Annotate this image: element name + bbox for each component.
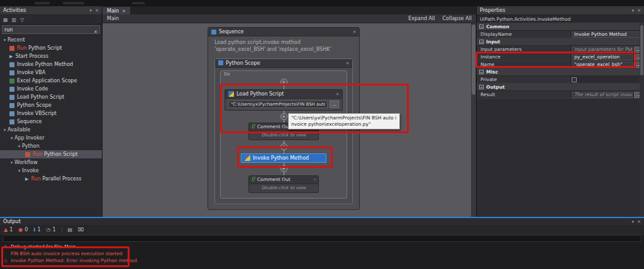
clear-search-icon[interactable] [94,24,97,36]
trace-filter-button[interactable]: ◷ 1 [46,227,55,233]
collapse-section-icon[interactable]: − [479,40,484,44]
property-row-private: Private [477,76,644,84]
activity-item-invoke-vbscript[interactable]: Invoke VBScript [0,109,102,118]
activities-search [2,25,100,34]
activity-item-start-process[interactable]: Start Process [0,52,102,60]
activities-panel-title: Activities [3,8,26,13]
tree-group-workflow[interactable]: Workflow [0,158,102,167]
tree-group-python[interactable]: Python [0,142,102,150]
load-python-script-header[interactable]: Load Python Script [225,90,342,99]
collapse-section-icon[interactable]: − [479,85,484,89]
close-icon[interactable] [95,8,99,13]
activity-label: Python Scope [17,102,52,108]
collapse-all-link[interactable]: Collapse All [443,16,472,21]
output-log: ℹ Debug started for file: Main FIN BSH a… [0,243,644,269]
warning-icon: ▲ [4,227,8,233]
section-input[interactable]: − Input [477,38,644,46]
comment-out-body[interactable]: Double-click to view [249,131,318,140]
chevron-down-icon[interactable] [632,8,635,13]
collapse-icon[interactable] [335,92,340,96]
close-icon[interactable] [637,219,641,224]
titlebar-decoration [132,2,145,4]
breadcrumb[interactable]: Main [107,16,119,21]
close-icon[interactable] [637,8,641,13]
warnings-filter-button[interactable]: ▲ 1 [4,227,13,233]
section-common[interactable]: − Common [477,23,644,31]
input-parameters-field[interactable]: Input parameters for Python scr [572,47,633,53]
result-field[interactable]: The result of script invocation [572,92,633,98]
search-input[interactable] [4,26,94,33]
activity-item-sequence[interactable]: Sequence [0,118,102,126]
python-scope-activity[interactable]: Python Scope Do + Load Python Script [214,58,353,204]
workflow-canvas[interactable]: Sequence Load python script,invoke metho… [103,23,476,217]
activity-item-invoke-python-method[interactable]: Invoke Python Method [0,60,102,69]
activity-item-excel-application-scope[interactable]: Excel Application Scope [0,77,102,85]
python-icon [245,155,250,161]
log-line[interactable]: FIN BSH auto invoice process execution s… [3,250,641,257]
log-line[interactable]: ℹ Debug started for file: Main [3,243,641,250]
collapse-icon[interactable] [345,62,350,65]
displayname-field[interactable]: Invoke Python Method [572,31,642,38]
python-scope-header[interactable]: Python Scope [215,59,352,68]
tab-close-icon[interactable] [122,8,126,14]
output-search-input[interactable] [3,235,641,242]
tab-main[interactable]: Main [103,7,130,14]
add-activity-icon[interactable]: + [280,79,287,85]
output-panel-header: Output [0,218,644,225]
activity-item-invoke-code[interactable]: Invoke Code [0,85,102,93]
properties-scrollbar[interactable] [640,23,644,217]
filter-icon[interactable] [20,17,24,23]
name-field[interactable]: "operate_excel_bsh" [572,62,633,68]
collapse-section-icon[interactable]: − [479,70,484,74]
word-wrap-button[interactable]: ▤ [68,227,73,233]
comment-out-title: Comment Out [257,124,291,129]
load-python-script-activity[interactable]: Load Python Script ... [225,89,343,111]
info-filter-button[interactable]: ℹ 1 [33,227,40,233]
titlebar-decoration [63,2,84,4]
errors-filter-button[interactable]: ● 0 [18,227,28,233]
clock-icon: ◷ [46,227,50,233]
sequence-header[interactable]: Sequence [208,28,359,36]
add-activity-icon[interactable]: + [280,113,287,120]
script-path-input[interactable] [228,101,328,108]
expand-all-link[interactable]: Expand All [408,16,435,21]
tree-group-invoke[interactable]: Invoke [0,167,102,175]
activity-item-invoke-vba[interactable]: Invoke VBA [0,69,102,77]
activity-item-run-parallel-process[interactable]: Run Parallel Process [0,175,102,183]
titlebar-decoration [35,2,50,4]
collapse-section-icon[interactable]: − [479,25,484,29]
property-row-displayname: DisplayName Invoke Python Method [477,31,644,38]
grid-view-icon[interactable] [3,17,8,23]
tree-group-app-invoker[interactable]: App Invoker [0,134,102,142]
comment-out-body[interactable]: Double-click to view [249,184,318,192]
collapse-icon[interactable] [352,30,357,33]
scrollbar-thumb[interactable] [640,25,643,75]
do-container[interactable]: Do + Load Python Script [220,70,347,199]
section-output[interactable]: − Output [477,84,644,91]
comment-out-header[interactable]: // Comment Out [249,176,318,184]
activity-item-python-scope[interactable]: Python Scope [0,101,102,109]
add-activity-icon[interactable]: + [280,143,287,150]
chevron-down-icon[interactable] [632,219,635,224]
clear-all-button[interactable]: ⌧ [78,227,84,233]
tree-group-recent[interactable]: Recent [0,36,102,44]
activity-item-run-python-script-available[interactable]: Run Python Script [0,150,102,158]
activity-label: Run Parallel Process [31,176,81,182]
invoke-python-method-activity[interactable]: Invoke Python Method [241,153,326,163]
activity-item-run-python-script[interactable]: Run Python Script [0,44,102,52]
comment-out-activity[interactable]: // Comment Out Double-click to view [248,175,319,193]
browse-button[interactable]: ... [330,101,339,108]
log-line[interactable]: ⚠ Invoke Python Method: Error invoking P… [3,257,641,264]
add-activity-icon[interactable]: + [280,165,287,172]
property-row-instance: Instance py_excel_operation ... [477,53,644,61]
chevron-down-icon[interactable] [90,8,92,13]
activity-item-load-python-script[interactable]: Load Python Script [0,93,102,101]
list-view-icon[interactable] [12,17,17,23]
section-misc[interactable]: − Misc [477,69,644,76]
private-checkbox[interactable] [572,77,577,82]
canvas-scrollbar[interactable] [471,23,476,217]
tree-group-available[interactable]: Available [0,126,102,134]
scrollbar-thumb[interactable] [472,25,475,95]
instance-field[interactable]: py_excel_operation [572,54,633,60]
expand-icon[interactable] [312,178,318,180]
